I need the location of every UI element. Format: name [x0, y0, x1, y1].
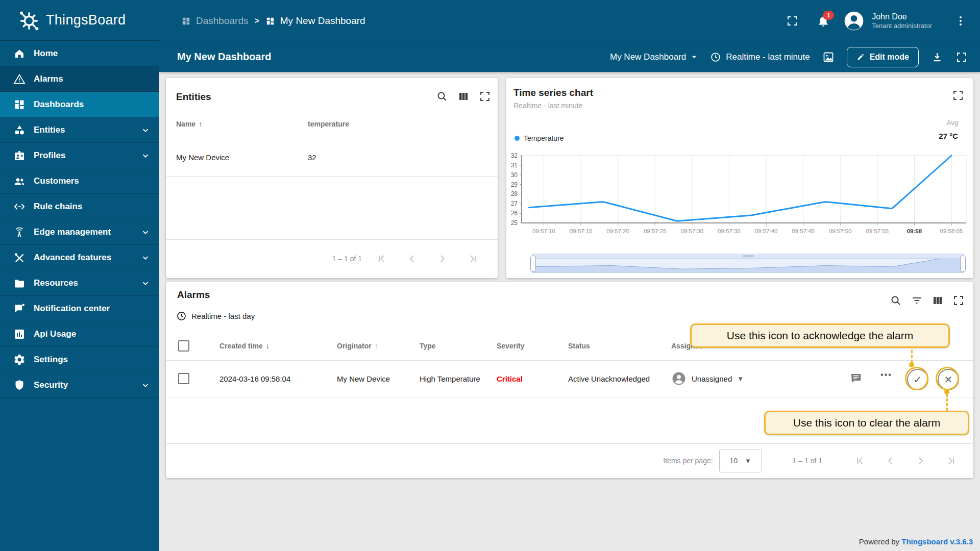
user-role: Tenant administrator: [872, 22, 932, 30]
next-page-button[interactable]: [912, 452, 930, 470]
sidebar-item-rule-chains[interactable]: Rule chains: [0, 194, 159, 219]
avatar[interactable]: [843, 10, 865, 32]
warning-icon: [13, 73, 26, 85]
sidebar-item-home[interactable]: Home: [0, 41, 159, 66]
next-page-button[interactable]: [433, 249, 452, 268]
alarms-widget-actions: [890, 294, 965, 307]
user-name: John Doe: [872, 12, 932, 22]
more-actions-icon[interactable]: •••: [880, 370, 892, 380]
fullscreen-icon[interactable]: [955, 51, 968, 63]
first-page-button[interactable]: [850, 452, 869, 470]
table-row[interactable]: My New Device 32: [166, 139, 498, 176]
column-header-status[interactable]: Status: [568, 342, 671, 350]
sidebar-item-notification-center[interactable]: Notification center: [0, 296, 159, 321]
toolbar-controls: My New Dashboard Realtime - last minute …: [610, 42, 968, 72]
expand-icon[interactable]: [952, 89, 964, 102]
svg-text:09:58:05: 09:58:05: [940, 228, 963, 234]
sidebar-item-settings[interactable]: Settings: [0, 347, 159, 372]
prev-page-button[interactable]: [881, 452, 899, 470]
svg-text:09:57:40: 09:57:40: [755, 228, 778, 234]
page-range-label: 1 – 1 of 1: [332, 255, 362, 263]
folder-icon: [13, 277, 26, 289]
slider-grip[interactable]: [532, 254, 964, 259]
timewindow-button[interactable]: Realtime - last minute: [710, 52, 810, 63]
version-link[interactable]: Thingsboard v.3.6.3: [901, 537, 973, 546]
chart-zoom-slider[interactable]: [532, 254, 964, 273]
first-page-button[interactable]: [372, 249, 390, 268]
last-page-button[interactable]: [464, 249, 482, 268]
select-all-checkbox[interactable]: [178, 340, 189, 352]
filter-icon[interactable]: [911, 294, 923, 307]
sidebar-item-edge-management[interactable]: Edge management: [0, 219, 159, 245]
sidebar-item-entities[interactable]: Entities: [0, 117, 159, 143]
notification-icon: [13, 303, 26, 315]
column-header-created-time[interactable]: Created time↓: [219, 342, 337, 350]
items-per-page-label: Items per page:: [663, 457, 713, 465]
notification-badge: 1: [823, 11, 834, 20]
sidebar-item-profiles[interactable]: Profiles: [0, 143, 159, 168]
fullscreen-icon[interactable]: [786, 15, 798, 27]
alarm-details-icon[interactable]: [850, 372, 862, 385]
gear-icon: [13, 354, 26, 366]
sidebar-item-alarms[interactable]: Alarms: [0, 66, 159, 92]
sidebar-item-dashboards[interactable]: Dashboards: [0, 92, 159, 117]
sidebar-item-api-usage[interactable]: Api Usage: [0, 321, 159, 347]
svg-text:29: 29: [511, 181, 518, 188]
prev-page-button[interactable]: [403, 249, 421, 268]
items-per-page-select[interactable]: 10 ▼: [719, 449, 762, 472]
sidebar-item-resources[interactable]: Resources: [0, 270, 159, 296]
severity-cell: Critical: [497, 374, 568, 383]
columns-icon[interactable]: [457, 90, 470, 103]
sidebar-item-advanced-features[interactable]: Advanced features: [0, 245, 159, 270]
powered-by-label: Powered by: [859, 537, 899, 546]
sidebar-item-customers[interactable]: Customers: [0, 168, 159, 194]
annotation-clear-callout: Use this icon to clear the alarm: [764, 411, 969, 435]
svg-text:30: 30: [511, 171, 518, 179]
svg-text:09:57:35: 09:57:35: [718, 228, 741, 234]
user-block[interactable]: John Doe Tenant administrator: [872, 12, 932, 30]
column-header-type[interactable]: Type: [420, 342, 497, 350]
slider-handle-left[interactable]: [530, 256, 536, 272]
breadcrumb-dashboards[interactable]: Dashboards: [181, 15, 248, 27]
alarm-table-row[interactable]: 2024-03-16 09:58:04 My New Device High T…: [166, 360, 973, 397]
notifications-bell-icon[interactable]: 1: [817, 14, 830, 28]
dashboard-state-select[interactable]: My New Dashboard: [610, 52, 698, 62]
sidebar-item-security[interactable]: Security: [0, 372, 159, 398]
slider-handle-right[interactable]: [960, 256, 966, 272]
shield-icon: [13, 379, 26, 391]
assignee-avatar-icon: [671, 371, 687, 386]
caret-down-icon: ▼: [737, 375, 744, 383]
column-header-severity[interactable]: Severity: [497, 342, 568, 350]
app-logo[interactable]: ThingsBoard: [0, 0, 159, 41]
column-header-temperature[interactable]: temperature: [308, 120, 349, 128]
dashboard-image-icon[interactable]: [822, 51, 835, 63]
legend-item[interactable]: Temperature: [514, 134, 564, 142]
column-header-originator[interactable]: Originator↑: [337, 342, 420, 350]
search-icon[interactable]: [436, 90, 448, 103]
edit-mode-button[interactable]: Edit mode: [847, 47, 919, 67]
download-icon[interactable]: [931, 51, 943, 63]
footer: Powered by Thingsboard v.3.6.3: [859, 537, 973, 546]
chevron-down-icon: [141, 253, 150, 262]
search-icon[interactable]: [890, 294, 902, 307]
alarms-paginator: Items per page: 10 ▼ 1 – 1 of 1: [663, 443, 961, 478]
clock-icon: [710, 52, 721, 63]
kebab-menu-icon[interactable]: [954, 15, 967, 27]
expand-icon[interactable]: [479, 90, 491, 103]
time-series-chart-widget: Time series chart Realtime - last minute…: [506, 78, 973, 278]
rule-chains-icon: [13, 201, 26, 213]
column-header-name[interactable]: Name↑: [176, 120, 202, 128]
bar-chart-icon: [13, 328, 26, 340]
breadcrumb-current[interactable]: My New Dashboard: [265, 15, 365, 27]
alarms-timewindow[interactable]: Realtime - last day: [176, 311, 255, 321]
annotation-connector-dot: [909, 362, 914, 367]
expand-icon[interactable]: [952, 294, 965, 307]
page-range-label: 1 – 1 of 1: [793, 457, 822, 465]
created-time-cell: 2024-03-16 09:58:04: [219, 374, 337, 383]
aggregation-block: Avg 27 °C: [939, 119, 958, 140]
columns-icon[interactable]: [932, 294, 944, 307]
svg-text:09:57:30: 09:57:30: [681, 228, 704, 234]
last-page-button[interactable]: [942, 452, 961, 470]
row-checkbox[interactable]: [178, 373, 189, 384]
caret-down-icon: [691, 54, 698, 61]
